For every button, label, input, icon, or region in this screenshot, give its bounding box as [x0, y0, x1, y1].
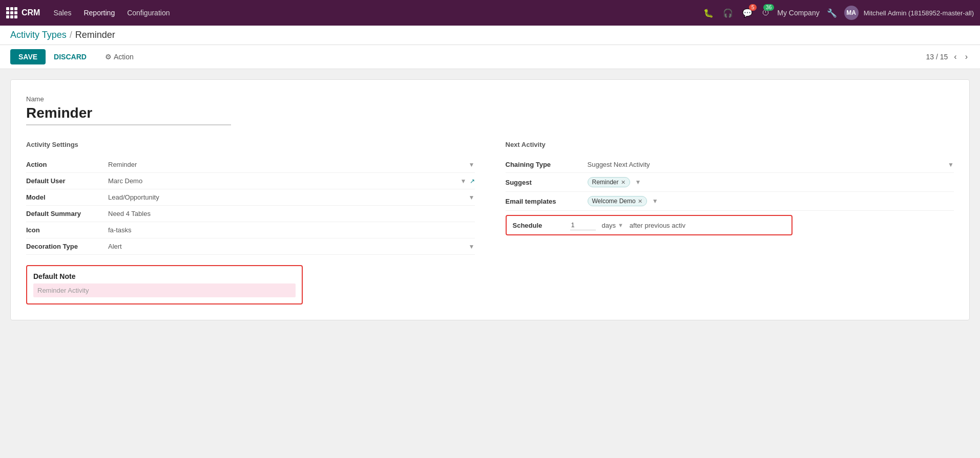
icon-value[interactable]: fa-tasks: [108, 226, 475, 234]
chaining-type-value: Suggest Next Activity ▼: [588, 161, 954, 168]
email-templates-row: Email templates Welcome Demo ✕ ▼: [506, 192, 954, 211]
model-label: Model: [26, 193, 108, 201]
prev-button[interactable]: ‹: [952, 51, 958, 62]
nav-reporting[interactable]: Reporting: [78, 6, 120, 20]
model-dropdown-icon: ▼: [469, 194, 475, 201]
schedule-unit-value: days: [602, 222, 616, 229]
icon-label: Icon: [26, 226, 108, 234]
schedule-num-input[interactable]: [570, 220, 596, 230]
default-user-row: Default User Marc Demo ▼ ↗: [26, 173, 475, 189]
suggest-chip-remove[interactable]: ✕: [621, 179, 625, 186]
default-summary-row: Default Summary Need 4 Tables: [26, 206, 475, 222]
default-summary-text: Need 4 Tables: [108, 210, 151, 217]
email-templates-label: Email templates: [506, 198, 588, 205]
email-template-chip-text: Welcome Demo: [592, 198, 636, 205]
nav-sales[interactable]: Sales: [48, 6, 76, 20]
default-note-label: Default Note: [33, 272, 296, 280]
default-note-section: Default Note Reminder Activity: [26, 265, 303, 304]
decoration-type-dropdown-icon: ▼: [469, 243, 475, 250]
action-row: Action Reminder ▼: [26, 157, 475, 173]
decoration-type-label: Decoration Type: [26, 243, 108, 250]
default-user-label: Default User: [26, 177, 108, 185]
suggest-chip-reminder: Reminder ✕: [588, 177, 630, 187]
chat-button[interactable]: 💬 5: [740, 6, 755, 20]
navbar-right: 🐛 🎧 💬 5 ⏱ 36 My Company 🔧 MA Mitchell Ad…: [701, 6, 974, 20]
breadcrumb-current: Reminder: [75, 30, 115, 40]
activity-settings-section: Activity Settings Action Reminder ▼ Defa…: [26, 141, 475, 304]
decoration-type-select[interactable]: Alert ▼: [108, 243, 475, 250]
default-summary-value[interactable]: Need 4 Tables: [108, 210, 475, 217]
decoration-type-value: Alert ▼: [108, 243, 475, 250]
action-label: Action: [26, 161, 108, 168]
activity-settings-title: Activity Settings: [26, 141, 475, 148]
chaining-type-select-value: Suggest Next Activity: [588, 161, 946, 168]
default-note-value[interactable]: Reminder Activity: [33, 283, 296, 297]
action-select[interactable]: Reminder ▼: [108, 161, 475, 168]
email-template-dropdown-icon[interactable]: ▼: [652, 198, 658, 205]
decoration-type-row: Decoration Type Alert ▼: [26, 238, 475, 255]
default-summary-label: Default Summary: [26, 210, 108, 217]
discard-button[interactable]: DISCARD: [50, 49, 91, 64]
default-user-text: Marc Demo: [108, 177, 142, 185]
model-select[interactable]: Lead/Opportunity ▼: [108, 193, 475, 201]
company-name: My Company: [777, 9, 819, 17]
default-user-dropdown-icon: ▼: [461, 178, 467, 185]
icon-row: Icon fa-tasks: [26, 222, 475, 238]
next-activity-title: Next Activity: [506, 141, 954, 148]
model-select-value: Lead/Opportunity: [108, 193, 467, 201]
schedule-after-text: after previous activ: [630, 222, 685, 229]
email-templates-value: Welcome Demo ✕ ▼: [588, 196, 954, 206]
chaining-type-select[interactable]: Suggest Next Activity ▼: [588, 161, 954, 168]
model-value: Lead/Opportunity ▼: [108, 193, 475, 201]
breadcrumb-parent[interactable]: Activity Types: [10, 30, 67, 40]
schedule-unit-select[interactable]: days ▼: [602, 222, 623, 229]
default-user-value: Marc Demo ▼ ↗: [108, 177, 475, 185]
next-activity-section: Next Activity Chaining Type Suggest Next…: [506, 141, 954, 304]
suggest-dropdown-icon[interactable]: ▼: [635, 179, 641, 186]
email-template-chip: Welcome Demo ✕: [588, 196, 647, 206]
save-button[interactable]: SAVE: [10, 49, 46, 64]
schedule-row: Schedule days ▼ after previous activ: [506, 215, 793, 235]
decoration-type-select-value: Alert: [108, 243, 467, 250]
main-content: Name Reminder Activity Settings Action R…: [0, 69, 980, 450]
brand[interactable]: CRM: [6, 7, 40, 18]
chaining-type-label: Chaining Type: [506, 161, 588, 168]
next-button[interactable]: ›: [963, 51, 970, 62]
action-menu[interactable]: ⚙ Action: [105, 53, 134, 61]
schedule-label: Schedule: [513, 222, 564, 229]
headset-button[interactable]: 🎧: [721, 6, 735, 20]
clock-badge: 36: [763, 4, 774, 11]
company-button[interactable]: My Company: [777, 9, 819, 17]
name-value[interactable]: Reminder: [26, 105, 231, 125]
toolbar: SAVE DISCARD ⚙ Action 13 / 15 ‹ ›: [0, 45, 980, 69]
chaining-type-dropdown-icon: ▼: [948, 161, 954, 168]
chat-badge: 5: [749, 4, 757, 11]
action-dropdown-icon: ▼: [469, 161, 475, 168]
external-link-icon[interactable]: ↗: [470, 178, 475, 185]
model-row: Model Lead/Opportunity ▼: [26, 189, 475, 206]
chaining-type-row: Chaining Type Suggest Next Activity ▼: [506, 157, 954, 173]
gear-icon: ⚙: [105, 53, 112, 61]
nav-menu: Sales Reporting Configuration: [48, 9, 175, 17]
action-label: Action: [114, 53, 134, 61]
form-card: Name Reminder Activity Settings Action R…: [10, 79, 970, 320]
action-select-value: Reminder: [108, 161, 467, 168]
grid-icon: [6, 7, 17, 18]
name-label: Name: [26, 95, 954, 103]
nav-configuration[interactable]: Configuration: [122, 6, 175, 20]
pagination-text: 13 / 15: [926, 53, 948, 61]
brand-name: CRM: [22, 8, 40, 17]
suggest-label: Suggest: [506, 179, 588, 186]
clock-button[interactable]: ⏱ 36: [760, 6, 772, 19]
tools-button[interactable]: 🔧: [825, 6, 839, 20]
suggest-row: Suggest Reminder ✕ ▼: [506, 173, 954, 192]
suggest-value: Reminder ✕ ▼: [588, 177, 954, 187]
icon-text: fa-tasks: [108, 226, 132, 234]
email-template-chip-remove[interactable]: ✕: [638, 198, 642, 205]
bug-button[interactable]: 🐛: [701, 6, 716, 20]
schedule-unit-dropdown-icon: ▼: [618, 222, 623, 228]
bug-icon: 🐛: [703, 9, 714, 17]
pagination: 13 / 15 ‹ ›: [926, 51, 970, 62]
suggest-chip-text: Reminder: [592, 179, 619, 186]
headset-icon: 🎧: [723, 9, 733, 17]
